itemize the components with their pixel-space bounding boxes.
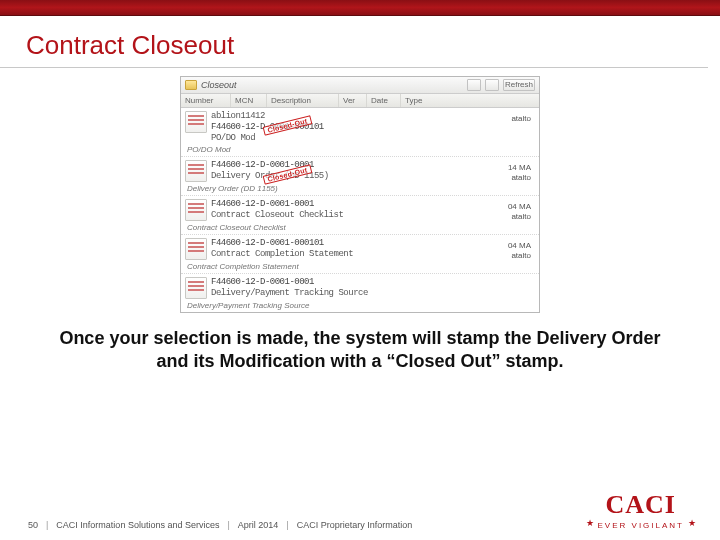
window-toolbar: Closeout Refresh xyxy=(181,77,539,94)
footer-classification: CACI Proprietary Information xyxy=(297,520,413,530)
page-number: 50 xyxy=(28,520,38,530)
slide-title: Contract Closeout xyxy=(0,16,708,68)
document-icon xyxy=(185,277,207,299)
separator: | xyxy=(46,520,48,530)
logo: CACI EVER VIGILANT xyxy=(582,492,700,530)
item-meta: 04 MA atalto xyxy=(508,241,531,261)
column-headers: Number MCN Description Ver Date Type xyxy=(181,94,539,108)
group-label: Delivery/Payment Tracking Source xyxy=(185,299,535,310)
logo-text: CACI xyxy=(582,492,700,518)
group-label: Contract Completion Statement xyxy=(185,260,535,271)
app-window: Closeout Refresh Number MCN Description … xyxy=(180,76,540,313)
item-desc: Delivery/Payment Tracking Source xyxy=(211,288,368,298)
separator: | xyxy=(286,520,288,530)
document-icon xyxy=(185,111,207,133)
col-header[interactable]: Description xyxy=(267,94,339,107)
item-meta: 14 MA atalto xyxy=(508,163,531,183)
item-desc: Contract Completion Statement xyxy=(211,249,353,259)
col-header[interactable]: Number xyxy=(181,94,231,107)
star-icon xyxy=(688,520,696,528)
footer-date: April 2014 xyxy=(238,520,279,530)
refresh-button[interactable]: Refresh xyxy=(503,79,535,91)
item-desc: Contract Closeout Checklist xyxy=(211,210,343,220)
list-item[interactable]: F44600-12-D-0001-000101 Contract Complet… xyxy=(181,235,539,274)
accent-bar xyxy=(0,0,720,16)
col-header[interactable]: Type xyxy=(401,94,539,107)
toolbar-button[interactable] xyxy=(485,79,499,91)
document-icon xyxy=(185,238,207,260)
item-id: F44600-12-D-0001-0001 xyxy=(211,277,368,287)
toolbar-button[interactable] xyxy=(467,79,481,91)
logo-tagline: EVER VIGILANT xyxy=(582,520,700,530)
item-id: F44600-12-D-0001-000101 xyxy=(211,238,353,248)
breadcrumb: Closeout xyxy=(201,80,237,90)
folder-icon xyxy=(185,80,197,90)
list-item[interactable]: F44600-12-D-0001-0001 Delivery Order (DD… xyxy=(181,157,539,196)
list-item[interactable]: F44600-12-D-0001-0001 Contract Closeout … xyxy=(181,196,539,235)
item-meta: atalto xyxy=(511,114,531,124)
list-item[interactable]: ablion11412 F44600-12-D-0001-000101 PO/D… xyxy=(181,108,539,157)
star-icon xyxy=(586,520,594,528)
item-meta: 04 MA atalto xyxy=(508,202,531,222)
group-label: Contract Closeout Checklist xyxy=(185,221,535,232)
separator: | xyxy=(227,520,229,530)
group-label: PO/DO Mod xyxy=(185,143,535,154)
list-body: ablion11412 F44600-12-D-0001-000101 PO/D… xyxy=(181,108,539,312)
document-icon xyxy=(185,160,207,182)
caption-text: Once your selection is made, the system … xyxy=(0,327,720,372)
screenshot-area: Closeout Refresh Number MCN Description … xyxy=(0,76,720,313)
document-icon xyxy=(185,199,207,221)
col-header[interactable]: Ver xyxy=(339,94,367,107)
list-item[interactable]: F44600-12-D-0001-0001 Delivery/Payment T… xyxy=(181,274,539,312)
group-label: Delivery Order (DD 1155) xyxy=(185,182,535,193)
col-header[interactable]: MCN xyxy=(231,94,267,107)
item-id: F44600-12-D-0001-0001 xyxy=(211,199,343,209)
col-header[interactable]: Date xyxy=(367,94,401,107)
footer-org: CACI Information Solutions and Services xyxy=(56,520,219,530)
